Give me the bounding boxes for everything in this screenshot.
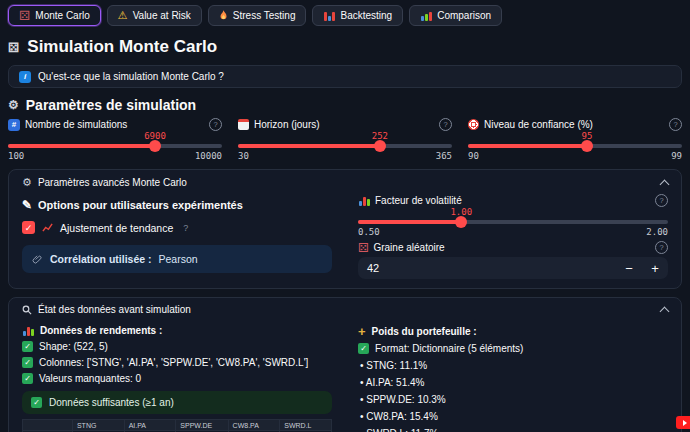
slider-track[interactable] (358, 220, 668, 224)
trend-checkbox[interactable]: ✓ (22, 221, 35, 234)
table-header-row: STNG AI.PA SPPW.DE CW8.PA SWRD.L (23, 420, 332, 431)
slider-max: 2.00 (646, 227, 668, 237)
help-icon[interactable]: ? (655, 194, 668, 207)
data-sufficient-alert: ✓ Données suffisantes (≥1 an) (22, 391, 332, 414)
correlation-value: Pearson (159, 253, 198, 265)
help-icon[interactable]: ? (209, 118, 222, 131)
horizon-slider[interactable]: 252 30 365 (238, 132, 452, 161)
tab-monte-carlo[interactable]: ⚄ Monte Carlo (8, 5, 101, 26)
status-badge[interactable] (676, 416, 690, 429)
slider-minmax: 30 365 (238, 151, 452, 161)
link-icon (32, 254, 43, 265)
check-icon: ✓ (22, 357, 33, 368)
horizon-widget: Horizon (jours) ? 252 30 365 (238, 118, 452, 161)
magnifier-icon (22, 305, 32, 315)
weights-icon: + (358, 325, 366, 338)
col-header (23, 420, 73, 431)
tab-comparison[interactable]: Comparison (409, 5, 502, 26)
warning-icon: ⚠ (118, 9, 128, 22)
sliders-row: # Nombre de simulations ? 6900 100 10000 (8, 118, 682, 161)
trend-checkbox-label: Ajustement de tendance (60, 222, 173, 234)
tab-label: Comparison (437, 10, 491, 21)
volatility-slider[interactable]: 1.00 0.50 2.00 (358, 208, 668, 237)
advanced-params-title: Paramètres avancés Monte Carlo (38, 177, 187, 188)
slider-track[interactable] (468, 144, 682, 148)
tab-label: Monte Carlo (35, 10, 89, 21)
dice-icon: ⚄ (19, 9, 30, 22)
trend-checkbox-row: ✓ Ajustement de tendance ? (22, 221, 332, 234)
tab-label: Value at Risk (133, 10, 191, 21)
chevron-up-icon (660, 180, 670, 190)
tab-value-at-risk[interactable]: ⚠ Value at Risk (107, 5, 202, 26)
returns-heading: Données de rendements : (22, 325, 332, 336)
help-icon[interactable]: ? (655, 241, 668, 254)
advanced-subtitle: ✎ Options pour utilisateurs expérimentés (22, 198, 332, 212)
horizon-label: Horizon (jours) (254, 119, 320, 130)
tab-stress-testing[interactable]: Stress Testing (208, 5, 307, 26)
params-heading-text: Paramètres de simulation (26, 97, 196, 113)
advanced-right-column: Facteur de volatilité ? 1.00 0.50 2.00 (358, 194, 668, 279)
check-icon: ✓ (22, 341, 33, 352)
slider-minmax: 0.50 2.00 (358, 227, 668, 237)
seed-decrement-button[interactable]: − (616, 260, 642, 277)
returns-heading-text: Données de rendements : (40, 325, 162, 336)
data-sufficient-text: Données suffisantes (≥1 an) (49, 397, 174, 408)
weights-column: + Poids du portefeuille : ✓ Format: Dict… (358, 320, 668, 432)
slider-max: 10000 (195, 151, 222, 161)
check-icon: ✓ (358, 343, 369, 354)
seed-number-input[interactable]: 42 − + (358, 257, 668, 279)
chart-icon (22, 325, 34, 336)
seed-label: Graine aléatoire (373, 242, 444, 253)
slider-track[interactable] (238, 144, 452, 148)
weights-heading-text: Poids du portefeuille : (372, 326, 477, 337)
columns-text: Colonnes: ['STNG', 'AI.PA', 'SPPW.DE', '… (39, 357, 308, 368)
col-header: STNG (72, 420, 124, 431)
advanced-left-column: ✎ Options pour utilisateurs expérimentés… (22, 194, 332, 279)
slider-minmax: 100 10000 (8, 151, 222, 161)
help-icon[interactable]: ? (439, 118, 452, 131)
col-header: CW8.PA (228, 420, 280, 431)
returns-table[interactable]: STNG AI.PA SPPW.DE CW8.PA SWRD.L 2023-06… (22, 419, 332, 432)
app-page: ⚄ Monte Carlo ⚠ Value at Risk Stress Tes… (0, 0, 690, 432)
info-expander-label: Qu'est-ce que la simulation Monte Carlo … (38, 71, 224, 82)
tab-backtesting[interactable]: Backtesting (312, 5, 403, 26)
seed-value[interactable]: 42 (358, 262, 616, 274)
page-title-text: Simulation Monte Carlo (27, 37, 217, 57)
page-title: ⚄ Simulation Monte Carlo (8, 37, 682, 57)
simulations-label: Nombre de simulations (25, 119, 127, 130)
info-icon: i (19, 71, 31, 83)
confidence-widget: Niveau de confiance (%) ? 95 90 99 (468, 118, 682, 161)
help-icon[interactable]: ? (180, 222, 191, 233)
data-state-header[interactable]: État des données avant simulation (22, 304, 668, 315)
slider-min: 90 (468, 151, 479, 161)
correlation-label: Corrélation utilisée : (50, 253, 152, 265)
advanced-subtitle-text: Options pour utilisateurs expérimentés (38, 199, 243, 211)
confidence-label: Niveau de confiance (%) (484, 119, 593, 130)
tab-bar: ⚄ Monte Carlo ⚠ Value at Risk Stress Tes… (8, 0, 682, 26)
slider-min: 0.50 (358, 227, 380, 237)
horizon-label-row: Horizon (jours) ? (238, 118, 452, 131)
weights-heading: + Poids du portefeuille : (358, 325, 668, 338)
correlation-info-box: Corrélation utilisée : Pearson (22, 245, 332, 273)
confidence-slider[interactable]: 95 90 99 (468, 132, 682, 161)
seed-increment-button[interactable]: + (642, 260, 668, 277)
slider-min: 30 (238, 151, 249, 161)
seed-label-row: ⚄ Graine aléatoire ? (358, 241, 668, 254)
calendar-icon (238, 119, 249, 130)
trend-chart-icon (42, 222, 53, 233)
shape-line: ✓ Shape: (522, 5) (22, 341, 332, 352)
advanced-params-header[interactable]: ⚙ Paramètres avancés Monte Carlo (22, 176, 668, 189)
simulations-slider[interactable]: 6900 100 10000 (8, 132, 222, 161)
slider-min: 100 (8, 151, 24, 161)
simulations-widget: # Nombre de simulations ? 6900 100 10000 (8, 118, 222, 161)
weight-item: SPPW.DE: 10.3% (358, 394, 668, 405)
help-icon[interactable]: ? (669, 118, 682, 131)
numbers-icon: # (8, 119, 20, 131)
shape-text: Shape: (522, 5) (39, 341, 108, 352)
advanced-params-expander: ⚙ Paramètres avancés Monte Carlo ✎ Optio… (8, 169, 682, 289)
weight-item: SWRD.L: 11.7% (358, 428, 668, 432)
info-expander[interactable]: i Qu'est-ce que la simulation Monte Carl… (8, 65, 682, 88)
slider-track[interactable] (8, 144, 222, 148)
col-header: SWRD.L (280, 420, 332, 431)
chart-icon (323, 10, 335, 21)
